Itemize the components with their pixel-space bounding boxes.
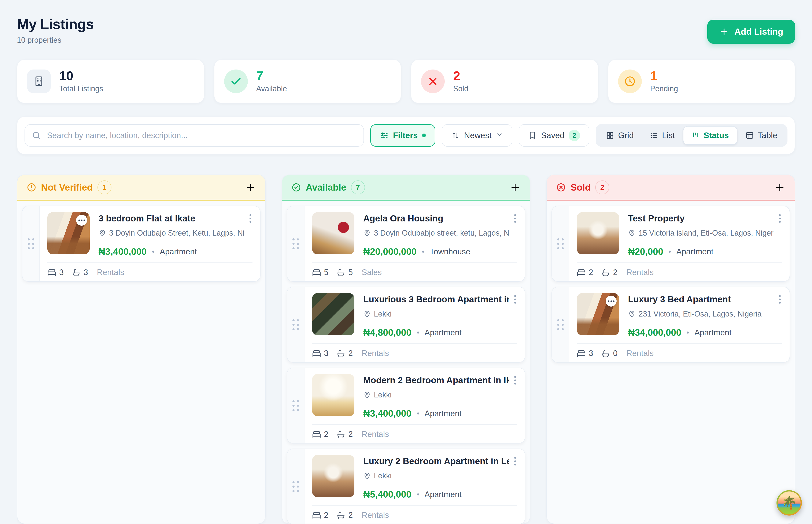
listing-price: ₦5,400,000 bbox=[363, 489, 412, 500]
listing-type: Rentals bbox=[362, 430, 389, 439]
dot-separator bbox=[669, 250, 671, 253]
listing-card[interactable]: Modern 2 Bedroom Apartment in Ikate Lekk… bbox=[287, 367, 525, 443]
listing-title: Agela Ora Housing bbox=[363, 213, 509, 224]
view-grid-button[interactable]: Grid bbox=[598, 126, 642, 145]
dot-separator bbox=[417, 493, 419, 495]
card-menu-button[interactable] bbox=[248, 212, 253, 225]
listing-photo bbox=[312, 212, 354, 255]
bath-icon bbox=[601, 349, 610, 358]
beds-feature: 2 bbox=[312, 430, 329, 439]
add-listing-label: Add Listing bbox=[734, 27, 783, 37]
baths-feature: 2 bbox=[601, 268, 618, 277]
card-menu-button[interactable] bbox=[513, 374, 517, 387]
baths-feature: 5 bbox=[336, 268, 353, 277]
listing-location: 231 Victoria, Eti-Osa, Lagos, Nigeria bbox=[639, 310, 762, 318]
drag-handle[interactable] bbox=[552, 206, 569, 281]
add-listing-button[interactable]: Add Listing bbox=[707, 20, 795, 44]
drag-handle[interactable] bbox=[287, 287, 304, 362]
beds-count: 3 bbox=[59, 268, 64, 277]
column-add-button[interactable] bbox=[245, 182, 256, 193]
listing-location: Lekki bbox=[374, 391, 392, 399]
view-table-label: Table bbox=[758, 131, 777, 140]
stats-row: 10 Total Listings 7 Available 2 Sold bbox=[17, 59, 795, 103]
listing-title: Modern 2 Bedroom Apartment in Ikate bbox=[363, 375, 509, 386]
card-top: Modern 2 Bedroom Apartment in Ikate Lekk… bbox=[312, 374, 517, 419]
view-status-button[interactable]: Status bbox=[683, 126, 737, 145]
card-menu-button[interactable] bbox=[513, 293, 517, 306]
column-body: Test Property 15 Victoria island, Eti-Os… bbox=[547, 201, 795, 524]
palm-island-icon: 🌴 bbox=[778, 491, 800, 514]
drag-handle[interactable] bbox=[552, 287, 569, 362]
view-list-button[interactable]: List bbox=[642, 126, 683, 145]
listing-card[interactable]: Luxury 2 Bedroom Apartment in Lekki Lekk… bbox=[287, 448, 525, 524]
sort-button[interactable]: Newest bbox=[442, 124, 512, 147]
card-menu-button[interactable] bbox=[513, 212, 517, 225]
location-row: 231 Victoria, Eti-Osa, Lagos, Nigeria bbox=[628, 310, 774, 318]
baths-count: 0 bbox=[613, 349, 618, 358]
drag-handle[interactable] bbox=[22, 206, 40, 281]
my-listings-page: My Listings 10 properties Add Listing 10… bbox=[0, 0, 812, 524]
baths-count: 5 bbox=[348, 268, 353, 277]
drag-handle[interactable] bbox=[287, 449, 304, 524]
saved-button[interactable]: Saved 2 bbox=[519, 124, 590, 147]
baths-count: 2 bbox=[348, 511, 353, 520]
location-row: Lekki bbox=[363, 391, 509, 399]
card-footer: 5 5 Sales bbox=[312, 263, 517, 277]
drag-handle[interactable] bbox=[287, 368, 304, 443]
listing-category: Apartment bbox=[425, 490, 462, 499]
beds-feature: 2 bbox=[577, 268, 593, 277]
beds-count: 2 bbox=[324, 430, 329, 439]
stat-card-total-listings: 10 Total Listings bbox=[17, 59, 204, 103]
drag-dots-icon bbox=[292, 319, 299, 330]
view-table-button[interactable]: Table bbox=[737, 126, 785, 145]
listing-type: Rentals bbox=[362, 349, 389, 358]
listing-card[interactable]: 3 bedroom Flat at Ikate 3 Doyin Odubajo … bbox=[22, 206, 260, 282]
column-header: Not Verified 1 bbox=[17, 175, 265, 201]
column-add-button[interactable] bbox=[510, 182, 521, 193]
baths-count: 2 bbox=[348, 430, 353, 439]
saved-label: Saved bbox=[541, 131, 564, 140]
beds-feature: 2 bbox=[312, 511, 329, 520]
listing-category: Townhouse bbox=[430, 247, 470, 256]
listing-location: Lekki bbox=[374, 310, 392, 318]
listing-card[interactable]: Agela Ora Housing 3 Doyin Odubabjo stree… bbox=[287, 206, 525, 282]
listing-location: 3 Doyin Odubajo Street, Ketu, Lagps, Nig… bbox=[109, 229, 244, 238]
plus-icon bbox=[719, 27, 729, 36]
column-add-button[interactable] bbox=[774, 182, 785, 193]
column-title: Sold bbox=[571, 182, 591, 193]
beds-count: 3 bbox=[589, 349, 593, 358]
location-row: 15 Victoria island, Eti-Osa, Lagos, Nige… bbox=[628, 229, 774, 238]
photo-chat-badge bbox=[76, 215, 87, 226]
filters-button[interactable]: Filters bbox=[370, 124, 435, 147]
card-menu-button[interactable] bbox=[778, 293, 782, 306]
drag-dots-icon bbox=[557, 238, 564, 249]
listing-location: 3 Doyin Odubabjo street, ketu, Lagos, Ni… bbox=[374, 229, 509, 238]
card-info: Luxurious 3 Bedroom Apartment in Lekki L… bbox=[354, 293, 513, 338]
price-row: ₦3,400,000 Apartment bbox=[98, 246, 244, 257]
card-menu-button[interactable] bbox=[513, 455, 517, 468]
island-fab-button[interactable]: 🌴 bbox=[777, 490, 802, 515]
listing-price: ₦20,000,000 bbox=[363, 246, 417, 257]
stat-text: 7 Available bbox=[256, 69, 287, 93]
listing-card[interactable]: Luxury 3 Bed Apartment 231 Victoria, Eti… bbox=[552, 287, 790, 363]
card-menu-button[interactable] bbox=[778, 212, 782, 225]
bed-icon bbox=[47, 268, 56, 277]
drag-dots-icon bbox=[292, 481, 299, 492]
price-row: ₦4,800,000 Apartment bbox=[363, 327, 509, 338]
stat-label-total: Total Listings bbox=[59, 84, 103, 93]
beds-feature: 3 bbox=[577, 349, 593, 358]
listing-card[interactable]: Luxurious 3 Bedroom Apartment in Lekki L… bbox=[287, 287, 525, 363]
listing-photo bbox=[312, 293, 354, 335]
card-main: Test Property 15 Victoria island, Eti-Os… bbox=[569, 206, 790, 281]
location-row: 3 Doyin Odubabjo street, ketu, Lagos, Ni… bbox=[363, 229, 509, 238]
drag-handle[interactable] bbox=[287, 206, 304, 281]
baths-feature: 2 bbox=[336, 349, 353, 358]
kanban-column: Not Verified 1 3 bedroom Flat at Ikate 3… bbox=[17, 175, 266, 524]
view-list-label: List bbox=[662, 131, 675, 140]
stat-value-pending: 1 bbox=[650, 69, 678, 82]
search-input[interactable] bbox=[25, 124, 364, 147]
dot-separator bbox=[422, 250, 424, 253]
x-circle-icon bbox=[556, 183, 566, 192]
listing-card[interactable]: Test Property 15 Victoria island, Eti-Os… bbox=[552, 206, 790, 282]
listing-category: Apartment bbox=[676, 247, 713, 256]
